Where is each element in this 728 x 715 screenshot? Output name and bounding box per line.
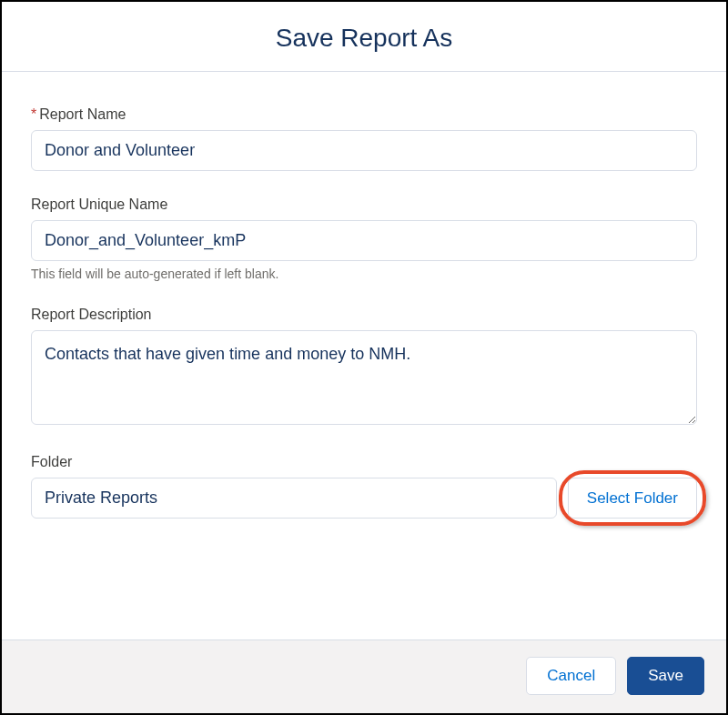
report-name-label-text: Report Name [39,106,126,122]
form-group-description: Report Description Contacts that have gi… [31,307,697,428]
save-button[interactable]: Save [627,657,704,695]
description-textarea[interactable]: Contacts that have given time and money … [31,330,697,425]
report-name-label: *Report Name [31,106,697,123]
dialog-body: *Report Name Report Unique Name This fie… [2,72,726,639]
folder-label: Folder [31,454,697,470]
dialog-footer: Cancel Save [2,639,726,713]
form-group-unique-name: Report Unique Name This field will be au… [31,196,697,281]
form-group-folder: Folder Select Folder [31,454,697,519]
dialog-header: Save Report As [2,2,726,71]
dialog-title: Save Report As [2,24,726,53]
form-group-report-name: *Report Name [31,106,697,171]
folder-row: Select Folder [31,478,697,519]
cancel-button[interactable]: Cancel [526,657,616,695]
select-folder-wrap: Select Folder [568,478,697,519]
unique-name-helper: This field will be auto-generated if lef… [31,267,697,281]
folder-input[interactable] [31,478,557,519]
select-folder-button[interactable]: Select Folder [568,478,697,519]
report-name-input[interactable] [31,130,697,171]
description-label: Report Description [31,307,697,323]
unique-name-label: Report Unique Name [31,196,697,213]
unique-name-input[interactable] [31,220,697,261]
required-indicator: * [31,106,36,122]
folder-input-wrap [31,478,557,519]
